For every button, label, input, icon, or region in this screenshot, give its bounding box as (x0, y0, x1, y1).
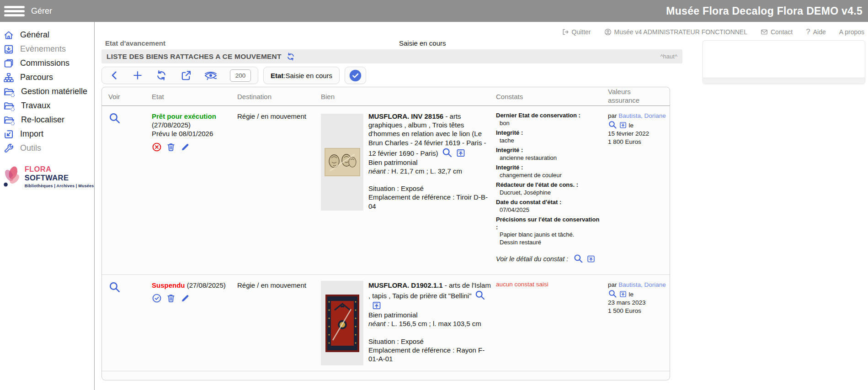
apply-filter-button[interactable] (345, 67, 366, 84)
top-anchor-link[interactable]: ^haut^ (660, 53, 677, 60)
dimension-value: L. 156,5 cm ; l. max 103,5 cm (389, 320, 481, 327)
open-record-icon[interactable] (619, 121, 627, 129)
no-constat-warning: aucun constat saisi (496, 281, 548, 288)
panel-footer-strip (703, 78, 865, 84)
search-icon[interactable] (108, 281, 121, 293)
search-icon[interactable] (608, 289, 617, 298)
sidebar-item-relocaliser[interactable]: Re-localiser (0, 113, 94, 127)
list-header-bar: LISTE DES BIENS RATTACHES A CE MOUVEMENT… (101, 49, 682, 63)
status-badge: Prêt pour exécution (152, 112, 229, 121)
etat-cell: Prêt pour exécution (27/08/2025) Prévu l… (148, 106, 233, 274)
constats-cell: Dernier Etat de conservation :bon Integr… (492, 106, 604, 274)
bien-type: Bien patrimonial (368, 158, 491, 167)
valeur-amount: 1 800 Euros (608, 138, 666, 146)
voir-cell (102, 106, 148, 274)
home-icon (3, 30, 14, 41)
topbar: Gérer Musée Flora Decalog Flora DEMO v4.… (0, 0, 868, 22)
sidebar-item-outils[interactable]: Outils (0, 141, 94, 155)
refresh-icon[interactable] (286, 52, 295, 61)
folder-globe-icon (3, 100, 15, 112)
contact-link[interactable]: Contact (761, 28, 793, 36)
bien-cell: MUSFLORA. D1902.1.1 - arts de l'Islam , … (317, 275, 492, 371)
bien-cell: MUSFLORA. INV 28156 - arts graphiques , … (317, 106, 492, 274)
artwork-thumbnail[interactable] (321, 114, 363, 211)
header-links: Quitter Musée v4 ADMINISTRATEUR FONCTION… (562, 27, 864, 37)
main-content: Quitter Musée v4 ADMINISTRATEUR FONCTION… (95, 22, 868, 390)
cancel-icon[interactable] (152, 142, 162, 152)
artwork-thumbnail[interactable] (321, 281, 363, 365)
search-icon[interactable] (108, 112, 121, 124)
result-count-input[interactable] (230, 69, 251, 82)
search-icon[interactable] (474, 290, 485, 300)
confirm-check-icon (349, 69, 362, 82)
open-record-icon[interactable] (372, 300, 382, 311)
tray-download-icon (3, 44, 14, 55)
list-title: LISTE DES BIENS RATTACHES A CE MOUVEMENT (107, 53, 282, 61)
delete-icon[interactable] (166, 142, 176, 152)
menu-icon[interactable] (4, 4, 25, 18)
destination-cell: Régie / en mouvement (233, 275, 317, 371)
search-icon[interactable] (573, 253, 583, 264)
table-header: Voir Etat Destination Bien Constats Vale… (102, 87, 670, 106)
open-record-icon[interactable] (456, 148, 466, 158)
etat-cell: Suspendu (27/08/2025) (148, 275, 233, 371)
user-account-link[interactable]: Musée v4 ADMINISTRATEUR FONCTIONNEL (604, 28, 747, 36)
chevron-left-icon[interactable] (109, 70, 120, 81)
wrench-icon (3, 143, 14, 154)
validate-icon[interactable] (152, 293, 162, 303)
constats-cell: aucun constat saisi (492, 275, 604, 371)
etat-avancement-label: Etat d'avancement (105, 39, 165, 47)
status-date: (27/08/2025) (187, 281, 226, 289)
open-record-icon[interactable] (619, 290, 627, 298)
sync-icon[interactable] (155, 69, 167, 81)
sidebar-item-import[interactable]: Import (0, 127, 94, 141)
valeur-assurance-cell: par Bautista, Doriane le 23 mars 2023 1 … (604, 275, 670, 371)
sidebar-item-general[interactable]: Général (0, 28, 94, 42)
valeur-assurance-cell: par Bautista, Doriane le 15 février 2022… (604, 106, 670, 274)
bien-reference: MUSFLORA. INV 28156 (368, 112, 443, 120)
col-header-bien: Bien (317, 93, 492, 100)
edit-icon[interactable] (180, 142, 190, 152)
valeur-amount: 1 500 Euros (608, 307, 666, 315)
sidebar-item-commissions[interactable]: Commissions (0, 56, 94, 70)
col-header-voir: Voir (102, 93, 148, 100)
export-icon[interactable] (180, 69, 192, 81)
app-title: Musée Flora Decalog Flora DEMO v4.5 (666, 5, 863, 17)
folder-globe-icon (3, 114, 15, 126)
bien-situation: Situation : Exposé (368, 337, 491, 346)
folders-icon (3, 58, 14, 69)
sidebar-item-gestion-materielle[interactable]: Gestion matérielle (0, 84, 94, 99)
table-row: Prêt pour exécution (27/08/2025) Prévu l… (102, 106, 670, 275)
sidebar-item-travaux[interactable]: Travaux (0, 99, 94, 113)
sidebar-item-evenements[interactable]: Evènements (0, 42, 94, 56)
logout-icon (562, 28, 569, 36)
flora-tagline: Bibliothèques | Archives | Musées (25, 184, 94, 188)
constat-detail-label: Voir le détail du constat : (496, 255, 568, 263)
apropos-link[interactable]: A propos (839, 28, 864, 36)
filter-etat-chip[interactable]: Etat : Saisie en cours (263, 67, 340, 84)
dimension-label: néant : (368, 167, 389, 175)
open-record-icon[interactable] (586, 254, 596, 264)
destination-cell: Régie / en mouvement (233, 106, 317, 274)
quitter-link[interactable]: Quitter (562, 28, 591, 36)
person-link[interactable]: Bautista, Doriane (618, 112, 666, 119)
plus-icon[interactable] (132, 70, 143, 81)
status-date: (27/08/2025) (152, 121, 229, 129)
person-link[interactable]: Bautista, Doriane (618, 281, 666, 288)
search-icon[interactable] (608, 120, 617, 129)
bien-emplacement: Emplacement de référence : Rayon F-01-A-… (368, 346, 491, 363)
artwork-image-drawing (325, 148, 360, 176)
dimension-value: H. 21,7 cm ; L. 32,7 cm (389, 167, 462, 175)
search-icon[interactable] (442, 147, 453, 158)
edit-icon[interactable] (180, 293, 190, 303)
eye-icon[interactable] (204, 70, 218, 80)
sidebar-nav: Général Evènements Commissions Parcours … (0, 22, 94, 155)
collapsed-side-panel (703, 40, 865, 84)
bien-type: Bien patrimonial (368, 311, 491, 319)
sidebar-item-parcours[interactable]: Parcours (0, 70, 94, 84)
sidebar: Général Evènements Commissions Parcours … (0, 22, 95, 390)
flora-logo-icon (1, 164, 23, 188)
bien-situation: Situation : Exposé (368, 184, 491, 193)
delete-icon[interactable] (166, 293, 176, 303)
aide-link[interactable]: ?Aide (806, 27, 826, 37)
